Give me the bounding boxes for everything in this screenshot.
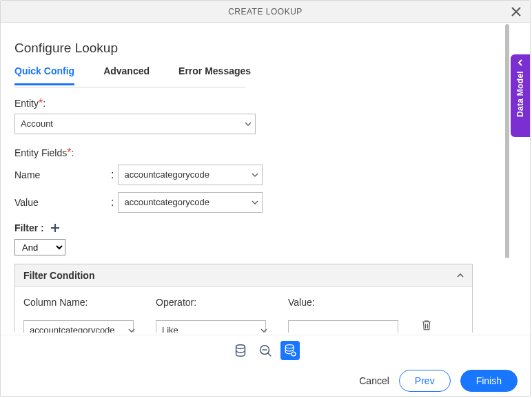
entity-fields-label: Entity Fields	[14, 147, 67, 158]
name-field-select[interactable]: accountcategorycode	[118, 165, 263, 185]
column-name-label: Column Name:	[23, 297, 139, 308]
trash-icon	[420, 319, 433, 331]
entity-colon: :	[43, 98, 45, 109]
name-label: Name	[14, 169, 40, 180]
dialog-title: CREATE LOOKUP	[228, 7, 303, 17]
chevron-left-icon	[516, 59, 524, 67]
value-field-select[interactable]: accountcategorycode	[118, 192, 263, 213]
delete-condition-button[interactable]	[420, 319, 433, 331]
svg-point-0	[236, 345, 245, 349]
filter-condition-panel: Filter Condition Column Name: accountcat…	[14, 264, 473, 333]
entity-select[interactable]: Account	[14, 114, 256, 134]
data-model-drawer-tab[interactable]: Data Model	[511, 54, 530, 137]
operator-label: Operator:	[156, 297, 272, 308]
filter-condition-title: Filter Condition	[23, 270, 94, 281]
filter-logic-select[interactable]: And	[14, 239, 65, 255]
svg-point-2	[285, 345, 294, 348]
finish-button[interactable]: Finish	[460, 370, 518, 392]
data-model-label: Data Model	[515, 71, 525, 117]
filter-label: Filter :	[14, 222, 44, 233]
tab-bar: Quick Config Advanced Error Messages	[14, 65, 516, 86]
tab-advanced[interactable]: Advanced	[103, 65, 150, 85]
create-lookup-dialog: CREATE LOOKUP Configure Lookup Quick Con…	[0, 0, 531, 397]
filter-step-icon[interactable]	[256, 341, 275, 360]
entity-label: Entity	[14, 98, 39, 109]
tab-underline	[14, 87, 245, 87]
configure-step-icon[interactable]	[280, 341, 300, 360]
scrollbar[interactable]	[505, 24, 509, 258]
column-name-select[interactable]: accountcategorycode	[23, 320, 134, 333]
filter-value-input[interactable]	[288, 320, 398, 333]
filter-value-label: Value:	[288, 297, 404, 308]
dialog-body: Configure Lookup Quick Config Advanced E…	[1, 23, 530, 333]
value-label: Value	[14, 197, 39, 208]
page-title: Configure Lookup	[14, 41, 516, 56]
dialog-titlebar: CREATE LOOKUP	[1, 1, 530, 23]
prev-button[interactable]: Prev	[399, 370, 451, 392]
datasource-step-icon[interactable]	[231, 341, 250, 360]
dialog-footer: Cancel Prev Finish	[1, 366, 530, 396]
collapse-icon[interactable]	[457, 272, 464, 279]
tab-error-messages[interactable]: Error Messages	[178, 65, 251, 85]
cancel-button[interactable]: Cancel	[359, 375, 389, 386]
close-icon[interactable]	[508, 3, 524, 20]
tab-quick-config[interactable]: Quick Config	[14, 65, 74, 85]
plus-icon[interactable]	[50, 222, 61, 233]
operator-select[interactable]: Like	[156, 320, 266, 333]
wizard-step-bar	[1, 335, 530, 366]
